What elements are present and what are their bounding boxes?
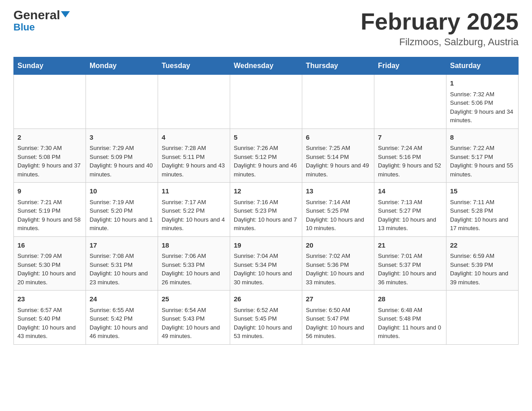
weekday-header-tuesday: Tuesday — [158, 57, 230, 75]
calendar-cell: 25Sunrise: 6:54 AMSunset: 5:43 PMDayligh… — [158, 291, 230, 345]
logo-triangle-icon — [61, 11, 70, 17]
calendar-cell — [14, 75, 86, 129]
title-area: February 2025 Filzmoos, Salzburg, Austri… — [360, 9, 519, 48]
day-number: 16 — [17, 240, 82, 251]
day-number: 3 — [90, 133, 154, 143]
day-info: Sunrise: 7:19 AMSunset: 5:20 PMDaylight:… — [90, 198, 154, 233]
logo-blue-text: Blue — [13, 22, 35, 32]
day-number: 12 — [234, 186, 298, 197]
calendar-week-row: 9Sunrise: 7:21 AMSunset: 5:19 PMDaylight… — [14, 183, 519, 237]
day-number: 27 — [306, 294, 370, 304]
day-info: Sunrise: 7:24 AMSunset: 5:16 PMDaylight:… — [378, 144, 442, 179]
day-number: 20 — [306, 240, 370, 251]
day-info: Sunrise: 7:14 AMSunset: 5:25 PMDaylight:… — [306, 198, 370, 233]
calendar-cell — [446, 291, 519, 345]
calendar-cell: 23Sunrise: 6:57 AMSunset: 5:40 PMDayligh… — [14, 291, 86, 345]
calendar-cell: 7Sunrise: 7:24 AMSunset: 5:16 PMDaylight… — [374, 128, 446, 183]
day-number: 21 — [378, 240, 442, 251]
weekday-header-monday: Monday — [86, 57, 158, 75]
day-info: Sunrise: 7:29 AMSunset: 5:09 PMDaylight:… — [90, 144, 154, 179]
day-number: 17 — [90, 240, 154, 251]
calendar-cell: 17Sunrise: 7:08 AMSunset: 5:31 PMDayligh… — [86, 236, 158, 291]
location-subtitle: Filzmoos, Salzburg, Austria — [360, 36, 519, 48]
calendar-cell: 8Sunrise: 7:22 AMSunset: 5:17 PMDaylight… — [446, 128, 519, 183]
logo-text: General — [13, 9, 70, 21]
day-number: 7 — [378, 133, 442, 143]
calendar-cell: 20Sunrise: 7:02 AMSunset: 5:36 PMDayligh… — [302, 236, 374, 291]
weekday-header-sunday: Sunday — [14, 57, 86, 75]
calendar-cell: 19Sunrise: 7:04 AMSunset: 5:34 PMDayligh… — [230, 236, 302, 291]
day-info: Sunrise: 6:52 AMSunset: 5:45 PMDaylight:… — [234, 306, 298, 341]
calendar-cell: 16Sunrise: 7:09 AMSunset: 5:30 PMDayligh… — [14, 236, 86, 291]
calendar-week-row: 2Sunrise: 7:30 AMSunset: 5:08 PMDaylight… — [14, 128, 519, 183]
day-number: 2 — [17, 133, 82, 143]
day-info: Sunrise: 7:06 AMSunset: 5:33 PMDaylight:… — [162, 252, 226, 287]
day-info: Sunrise: 7:16 AMSunset: 5:23 PMDaylight:… — [234, 198, 298, 233]
calendar-cell: 22Sunrise: 6:59 AMSunset: 5:39 PMDayligh… — [446, 236, 519, 291]
calendar-week-row: 1Sunrise: 7:32 AMSunset: 5:06 PMDaylight… — [14, 75, 519, 129]
day-info: Sunrise: 7:21 AMSunset: 5:19 PMDaylight:… — [17, 198, 82, 233]
weekday-header-row: SundayMondayTuesdayWednesdayThursdayFrid… — [14, 57, 519, 75]
calendar-cell: 15Sunrise: 7:11 AMSunset: 5:28 PMDayligh… — [446, 183, 519, 237]
day-info: Sunrise: 7:25 AMSunset: 5:14 PMDaylight:… — [306, 144, 370, 179]
calendar-cell: 18Sunrise: 7:06 AMSunset: 5:33 PMDayligh… — [158, 236, 230, 291]
day-info: Sunrise: 7:01 AMSunset: 5:37 PMDaylight:… — [378, 252, 442, 287]
day-number: 5 — [234, 133, 298, 143]
calendar-cell — [158, 75, 230, 129]
day-info: Sunrise: 7:08 AMSunset: 5:31 PMDaylight:… — [90, 252, 154, 287]
calendar-cell: 3Sunrise: 7:29 AMSunset: 5:09 PMDaylight… — [86, 128, 158, 183]
logo: General Blue — [13, 9, 70, 32]
weekday-header-thursday: Thursday — [302, 57, 374, 75]
day-number: 10 — [90, 186, 154, 197]
calendar-cell — [302, 75, 374, 129]
calendar-cell: 13Sunrise: 7:14 AMSunset: 5:25 PMDayligh… — [302, 183, 374, 237]
calendar-cell: 26Sunrise: 6:52 AMSunset: 5:45 PMDayligh… — [230, 291, 302, 345]
page-header: General Blue February 2025 Filzmoos, Sal… — [13, 9, 519, 48]
day-number: 25 — [162, 294, 226, 304]
day-number: 19 — [234, 240, 298, 251]
day-number: 9 — [17, 186, 82, 197]
day-number: 15 — [450, 186, 515, 197]
calendar-cell — [86, 75, 158, 129]
calendar-week-row: 16Sunrise: 7:09 AMSunset: 5:30 PMDayligh… — [14, 236, 519, 291]
day-info: Sunrise: 6:59 AMSunset: 5:39 PMDaylight:… — [450, 252, 515, 287]
weekday-header-wednesday: Wednesday — [230, 57, 302, 75]
calendar-cell: 11Sunrise: 7:17 AMSunset: 5:22 PMDayligh… — [158, 183, 230, 237]
day-info: Sunrise: 7:02 AMSunset: 5:36 PMDaylight:… — [306, 252, 370, 287]
day-number: 28 — [378, 294, 442, 304]
calendar-cell — [374, 75, 446, 129]
calendar-cell: 1Sunrise: 7:32 AMSunset: 5:06 PMDaylight… — [446, 75, 519, 129]
day-info: Sunrise: 6:57 AMSunset: 5:40 PMDaylight:… — [17, 306, 82, 341]
day-info: Sunrise: 7:28 AMSunset: 5:11 PMDaylight:… — [162, 144, 226, 179]
day-number: 1 — [450, 78, 515, 89]
day-info: Sunrise: 6:48 AMSunset: 5:48 PMDaylight:… — [378, 306, 442, 341]
calendar-cell: 5Sunrise: 7:26 AMSunset: 5:12 PMDaylight… — [230, 128, 302, 183]
weekday-header-friday: Friday — [374, 57, 446, 75]
day-info: Sunrise: 7:26 AMSunset: 5:12 PMDaylight:… — [234, 144, 298, 179]
day-info: Sunrise: 6:54 AMSunset: 5:43 PMDaylight:… — [162, 306, 226, 341]
day-info: Sunrise: 7:11 AMSunset: 5:28 PMDaylight:… — [450, 198, 515, 233]
day-info: Sunrise: 7:30 AMSunset: 5:08 PMDaylight:… — [17, 144, 82, 179]
calendar-cell — [230, 75, 302, 129]
day-number: 13 — [306, 186, 370, 197]
day-info: Sunrise: 7:09 AMSunset: 5:30 PMDaylight:… — [17, 252, 82, 287]
calendar-cell: 2Sunrise: 7:30 AMSunset: 5:08 PMDaylight… — [14, 128, 86, 183]
day-info: Sunrise: 6:55 AMSunset: 5:42 PMDaylight:… — [90, 306, 154, 341]
day-info: Sunrise: 7:32 AMSunset: 5:06 PMDaylight:… — [450, 90, 515, 125]
calendar-week-row: 23Sunrise: 6:57 AMSunset: 5:40 PMDayligh… — [14, 291, 519, 345]
day-number: 11 — [162, 186, 226, 197]
calendar-cell: 4Sunrise: 7:28 AMSunset: 5:11 PMDaylight… — [158, 128, 230, 183]
month-year-title: February 2025 — [360, 9, 519, 34]
calendar-cell: 27Sunrise: 6:50 AMSunset: 5:47 PMDayligh… — [302, 291, 374, 345]
day-number: 23 — [17, 294, 82, 304]
day-info: Sunrise: 7:13 AMSunset: 5:27 PMDaylight:… — [378, 198, 442, 233]
calendar-cell: 28Sunrise: 6:48 AMSunset: 5:48 PMDayligh… — [374, 291, 446, 345]
day-info: Sunrise: 6:50 AMSunset: 5:47 PMDaylight:… — [306, 306, 370, 341]
day-number: 4 — [162, 133, 226, 143]
calendar-cell: 9Sunrise: 7:21 AMSunset: 5:19 PMDaylight… — [14, 183, 86, 237]
day-number: 18 — [162, 240, 226, 251]
calendar-cell: 6Sunrise: 7:25 AMSunset: 5:14 PMDaylight… — [302, 128, 374, 183]
day-number: 26 — [234, 294, 298, 304]
calendar-cell: 12Sunrise: 7:16 AMSunset: 5:23 PMDayligh… — [230, 183, 302, 237]
calendar-table: SundayMondayTuesdayWednesdayThursdayFrid… — [13, 57, 519, 345]
